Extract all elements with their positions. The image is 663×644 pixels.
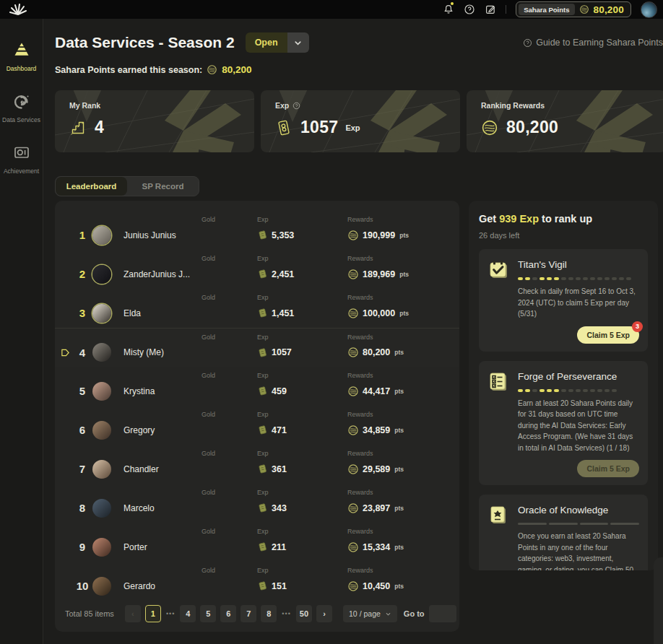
sidebar-item-dashboard[interactable]: Dashboard: [0, 40, 43, 72]
edit-icon[interactable]: [485, 4, 496, 15]
spiral-icon: [12, 92, 31, 110]
avatar: [92, 382, 111, 401]
rank-cell: 10: [72, 580, 92, 592]
bell-icon[interactable]: [443, 4, 454, 15]
page-button-50[interactable]: 50: [296, 605, 312, 622]
exp-ticket-icon: [257, 230, 268, 240]
page-button-1[interactable]: 1: [145, 605, 161, 622]
rewards-value: 100,000: [363, 308, 395, 318]
next-page-button[interactable]: ›: [316, 605, 332, 622]
column-header-gold: Gold: [202, 411, 215, 418]
table-row: Gold Exp Rewards 9 Porter 211 15,334pts: [55, 523, 459, 562]
quest-title: Oracle of Knowledge: [518, 503, 639, 515]
points-badge-value: 80,200: [594, 4, 625, 15]
goto-page-input[interactable]: [429, 605, 456, 622]
column-header-exp: Exp: [257, 372, 269, 379]
table-row: Gold Exp Rewards 5 Krystina 459 44,417pt…: [55, 367, 459, 406]
player-name: Porter: [121, 542, 202, 552]
avatar: [92, 265, 111, 284]
claim-count-badge: 3: [632, 321, 643, 332]
column-header-rewards: Rewards: [347, 294, 373, 301]
column-header-gold: Gold: [202, 255, 215, 262]
exp-ticket-icon: [257, 308, 268, 318]
exp-ticket-icon: [257, 425, 268, 435]
stat-card-exp: Exp 1057 Exp: [261, 90, 460, 152]
page-size-select[interactable]: 10 / page: [343, 605, 397, 622]
season-points-label: Sahara Points earned this season:: [55, 65, 202, 75]
pts-suffix: pts: [394, 466, 404, 473]
sahara-logo: [7, 1, 29, 17]
exp-value: 1057: [272, 347, 292, 357]
claim-button[interactable]: Claim 5 Exp: [577, 460, 639, 477]
page-button-4[interactable]: 4: [180, 605, 196, 622]
column-header-gold: Gold: [202, 489, 215, 496]
pagination-total: Total 85 items: [65, 609, 114, 618]
column-header-rewards: Rewards: [347, 450, 373, 457]
column-header-gold: Gold: [202, 372, 215, 379]
days-left: 26 days left: [479, 231, 648, 240]
quest-progress: [518, 523, 639, 525]
exp-value: 1,451: [272, 308, 294, 318]
season-status-select[interactable]: Open: [246, 32, 309, 53]
stat-cards: My Rank 4 Exp 1057 Exp Ranking Re: [55, 90, 663, 152]
season-status-value: Open: [246, 32, 287, 53]
avatar: [92, 499, 111, 518]
tab-leaderboard[interactable]: Leaderboard: [56, 177, 127, 196]
avatar: [92, 421, 111, 440]
table-row: Gold Exp Rewards 4 Misty (Me) 1057 80,20…: [55, 328, 459, 367]
rank-cell: 7: [72, 463, 92, 475]
help-icon[interactable]: [464, 4, 475, 15]
column-header-gold: Gold: [202, 450, 215, 457]
rankup-title: Get 939 Exp to rank up: [479, 213, 648, 225]
column-header-rewards: Rewards: [347, 372, 373, 379]
exp-ticket-icon: [257, 502, 268, 513]
claim-button[interactable]: Claim 5 Exp 3: [577, 326, 639, 344]
exp-value: 151: [272, 581, 287, 591]
page-button-7[interactable]: 7: [240, 605, 256, 622]
rewards-coin-icon: [347, 502, 359, 514]
quest-title: Titan's Vigil: [518, 258, 639, 270]
user-avatar[interactable]: [641, 1, 657, 18]
stat-value: 4: [95, 118, 104, 137]
rewards-value: 80,200: [363, 347, 390, 357]
quest-description: Check in daily from Sept 16 to Oct 3, 20…: [518, 286, 639, 320]
quest-description: Earn at least 20 Sahara Points daily for…: [518, 398, 639, 454]
column-header-exp: Exp: [257, 567, 269, 574]
column-header-rewards: Rewards: [347, 528, 373, 535]
book-icon: [488, 504, 509, 526]
rankup-exp-highlight: 939 Exp: [499, 213, 539, 225]
prev-page-button[interactable]: ‹: [125, 605, 141, 622]
sidebar-item-data-services[interactable]: Data Services: [0, 92, 43, 123]
table-row: Gold Exp Rewards 2 ZanderJunius J... 2,4…: [55, 250, 459, 289]
exp-value: 2,451: [272, 269, 294, 279]
column-header-gold: Gold: [202, 528, 215, 535]
tab-sp-record[interactable]: SP Record: [127, 177, 199, 196]
player-name: ZanderJunius J...: [121, 269, 202, 279]
help-icon[interactable]: [292, 102, 300, 110]
page-button-5[interactable]: 5: [200, 605, 216, 622]
pts-suffix: pts: [394, 544, 404, 551]
page-button-8[interactable]: 8: [261, 605, 277, 622]
table-row: Gold Exp Rewards 8 Marcelo 343 23,897pts: [55, 484, 459, 523]
rewards-coin-icon: [347, 347, 359, 358]
season-points-value: 80,200: [222, 64, 251, 75]
rank-cell: 3: [72, 307, 92, 319]
table-row: Gold Exp Rewards 1 Junius Junius 5,353 1…: [55, 211, 459, 250]
sidebar-item-label: Achievement: [4, 167, 39, 175]
exp-ticket-icon: [257, 347, 268, 358]
goto-label: Go to: [404, 609, 425, 618]
sahara-points-badge[interactable]: Sahara Points 80,200: [516, 1, 631, 17]
avatar: [92, 304, 111, 323]
sidebar-item-achievement[interactable]: Achievement: [0, 143, 43, 175]
guide-link[interactable]: Guide to Earning Sahara Points: [523, 38, 663, 48]
stat-label: Exp: [275, 101, 289, 110]
steps-icon: [69, 118, 87, 137]
exp-value: 459: [272, 386, 287, 396]
rewards-coin-icon: [347, 580, 359, 592]
page-button-6[interactable]: 6: [220, 605, 236, 622]
rewards-coin-icon: [347, 464, 359, 475]
column-header-rewards: Rewards: [347, 334, 373, 341]
guide-link-label: Guide to Earning Sahara Points: [536, 38, 663, 48]
tabs: Leaderboard SP Record: [55, 176, 199, 196]
page-title: Data Services - Season 2: [55, 34, 235, 51]
